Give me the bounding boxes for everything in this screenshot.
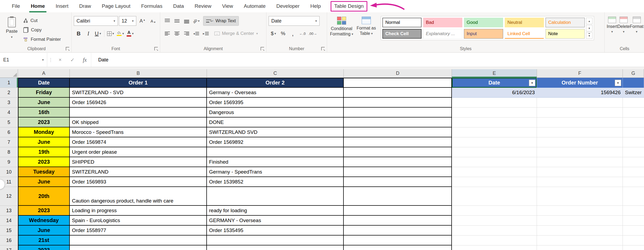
tab-automate[interactable]: Automate (238, 0, 271, 12)
cell-col-c[interactable]: Finished (207, 157, 344, 167)
dialog-launcher-number[interactable] (321, 47, 325, 50)
row-header[interactable]: 7 (0, 137, 18, 147)
cell-col-b[interactable]: Order 1569893 (70, 177, 207, 187)
bottom-align-button[interactable] (182, 16, 191, 25)
tab-data[interactable]: Data (168, 0, 189, 12)
cell-col-f[interactable] (537, 147, 623, 157)
cell-col-e[interactable] (452, 98, 537, 108)
cell-col-d[interactable] (344, 147, 452, 157)
tab-insert[interactable]: Insert (50, 0, 74, 12)
underline-button[interactable]: U▾ (93, 29, 103, 38)
cell-col-c[interactable]: Germany - Overseas (207, 88, 344, 98)
cell-col-e[interactable] (452, 206, 537, 216)
cell-col-b[interactable] (70, 108, 207, 117)
cell-col-c[interactable]: Germany - SpeedTrans (207, 167, 344, 177)
cell-col-b[interactable] (70, 236, 207, 245)
dialog-launcher-alignment[interactable] (261, 47, 264, 50)
cell-col-f[interactable] (537, 167, 623, 177)
cell-col-d[interactable] (344, 117, 452, 127)
cell-col-b[interactable]: Morocco - SpeedTrans (70, 127, 207, 137)
column-header-D[interactable]: D (344, 69, 452, 78)
orientation-button[interactable]: ab▾ (191, 16, 201, 25)
cell-col-e[interactable] (452, 147, 537, 157)
cell-col-g[interactable] (623, 137, 644, 147)
tab-formulas[interactable]: Formulas (136, 0, 168, 12)
cell-col-b[interactable] (70, 245, 207, 250)
cell-col-c[interactable]: Order 1535495 (207, 226, 344, 236)
formula-input[interactable]: Date (91, 53, 644, 67)
cell-col-d[interactable] (344, 206, 452, 216)
cell-col-e[interactable] (452, 137, 537, 147)
cell-col-a[interactable]: Tuesday (18, 167, 70, 177)
row-header[interactable]: 12 (0, 187, 18, 206)
cell-col-f[interactable]: 1569426 (537, 88, 623, 98)
row-header[interactable]: 2 (0, 88, 18, 98)
row-header[interactable]: 17 (0, 245, 18, 250)
cell-col-a[interactable]: Monday (18, 127, 70, 137)
comma-style-button[interactable]: , (288, 29, 298, 38)
cell-col-a[interactable]: June (18, 98, 70, 108)
accounting-format-button[interactable]: $▾ (269, 29, 278, 38)
cell-col-f[interactable] (537, 137, 623, 147)
cell-col-a[interactable]: 2023 (18, 117, 70, 127)
format-cells-button[interactable]: Format ▾ (630, 16, 643, 33)
cell-col-e[interactable] (452, 127, 537, 137)
cell-C1[interactable]: Order 2 (207, 78, 344, 88)
cell-col-g[interactable] (623, 216, 644, 226)
cell-col-d[interactable] (344, 157, 452, 167)
align-left-button[interactable] (162, 29, 172, 38)
cell-col-f[interactable] (537, 127, 623, 137)
column-header-G[interactable]: G (623, 69, 644, 78)
cell-col-b[interactable]: SHIPPED (70, 157, 207, 167)
delete-cells-button[interactable]: Delete ▾ (617, 16, 630, 33)
cell-G1[interactable] (623, 78, 644, 88)
cell-col-a[interactable]: 2023 (18, 157, 70, 167)
row-header[interactable]: 6 (0, 127, 18, 137)
paste-button[interactable]: Paste ▾ (4, 16, 20, 44)
cell-col-d[interactable] (344, 98, 452, 108)
cell-F1[interactable]: Order Number ▾ (537, 78, 623, 88)
column-header-B[interactable]: B (70, 69, 207, 78)
cell-col-c[interactable] (207, 245, 344, 250)
format-painter-button[interactable]: Format Painter (22, 35, 62, 44)
cell-col-b[interactable]: Spain - EuroLogistics (70, 216, 207, 226)
decrease-font-size-button[interactable]: A▾ (148, 16, 158, 25)
cell-col-a[interactable]: 21st (18, 236, 70, 245)
cell-col-g[interactable] (623, 236, 644, 245)
cell-col-a[interactable]: 16th (18, 108, 70, 117)
cancel-button[interactable]: × (54, 53, 66, 67)
cell-col-f[interactable] (537, 206, 623, 216)
cell-col-d[interactable] (344, 216, 452, 226)
cell-col-b[interactable]: OK shipped (70, 117, 207, 127)
font-size-combo[interactable]: 12 ▾ (119, 16, 136, 26)
cell-col-d[interactable] (344, 127, 452, 137)
increase-decimal-button[interactable]: ←.0 (298, 29, 307, 38)
tab-developer[interactable]: Developer (271, 0, 305, 12)
copy-button[interactable]: Copy (22, 25, 62, 34)
cell-col-g[interactable] (623, 147, 644, 157)
row-header[interactable]: 15 (0, 226, 18, 236)
cell-style-calculation[interactable]: Calculation (546, 18, 585, 27)
row-header[interactable]: 3 (0, 98, 18, 108)
cell-col-c[interactable] (207, 187, 344, 206)
borders-button[interactable]: ▾ (106, 29, 115, 38)
row-header[interactable]: 9 (0, 157, 18, 167)
cell-col-e[interactable]: 6/16/2023 (452, 88, 537, 98)
font-color-button[interactable]: A ▾ (125, 29, 135, 38)
cell-col-d[interactable] (344, 226, 452, 236)
cell-col-g[interactable]: Switzer (623, 88, 644, 98)
enter-button[interactable]: ✓ (66, 53, 79, 67)
name-box[interactable]: E1 ▾ (0, 53, 47, 67)
conditional-formatting-button[interactable]: Conditional Formatting▾ (329, 16, 354, 37)
insert-function-button[interactable]: fx (79, 53, 91, 67)
cell-col-e[interactable] (452, 157, 537, 167)
cell-col-c[interactable]: GERMANY - Overseas (207, 216, 344, 226)
cell-col-e[interactable] (452, 117, 537, 127)
dialog-launcher-font[interactable] (154, 47, 158, 50)
tab-table-design[interactable]: Table Design (329, 0, 369, 12)
cell-col-c[interactable]: Order 1569892 (207, 137, 344, 147)
cell-col-a[interactable]: Friday (18, 88, 70, 98)
cell-col-b[interactable]: Order 1558977 (70, 226, 207, 236)
cell-col-d[interactable] (344, 88, 452, 98)
tab-help[interactable]: Help (305, 0, 326, 12)
